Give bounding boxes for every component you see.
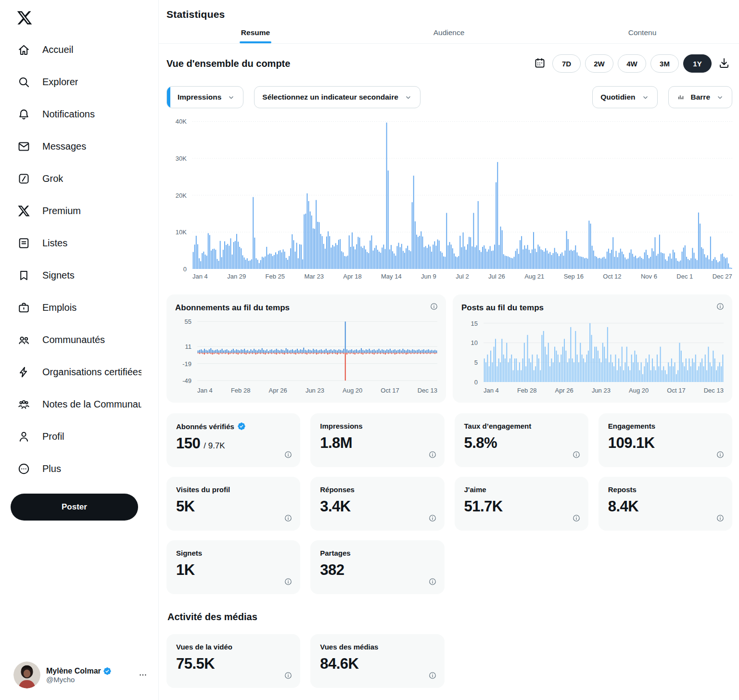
impressions-y-axis: 40K30K20K10K0: [166, 116, 192, 269]
impressions-x-axis: Jan 4Jan 29Feb 25Mar 23Apr 18May 14Jun 9…: [192, 273, 732, 280]
range-4w[interactable]: 4W: [618, 54, 646, 73]
active-tab-underline: [240, 41, 271, 43]
info-icon[interactable]: [716, 302, 725, 311]
account-handle: @Mycho: [46, 675, 75, 684]
tab-audience[interactable]: Audience: [352, 22, 546, 43]
range-1y[interactable]: 1Y: [683, 54, 712, 73]
chevron-down-icon: [641, 93, 650, 102]
sidebar-item-label: Signets: [42, 270, 75, 281]
sidebar-item-premium[interactable]: Premium: [0, 195, 158, 227]
sidebar-item-listes[interactable]: Listes: [0, 227, 158, 259]
sidebar: Accueil Explorer Notifications Messages …: [0, 0, 159, 700]
stat-card-impressions: Impressions 1.8M: [310, 413, 444, 467]
stat-card-signets: Signets 1K: [166, 540, 300, 594]
info-icon[interactable]: [428, 577, 437, 586]
stat-total: / 9.7K: [204, 441, 225, 451]
info-icon[interactable]: [428, 514, 437, 522]
info-icon[interactable]: [716, 450, 725, 459]
subscriptions-x-axis: Jan 4Feb 28Apr 26Jun 23Aug 20Oct 17Dec 1…: [197, 387, 437, 394]
sidebar-item-accueil[interactable]: Accueil: [0, 34, 158, 66]
info-icon[interactable]: [428, 450, 437, 459]
search-icon: [17, 76, 30, 89]
range-controls: 7D 2W 4W 3M 1Y: [532, 54, 732, 73]
media-grid: Vues de la vidéo 75.5K Vues des médias 8…: [166, 634, 732, 688]
sidebar-item-emplois[interactable]: Emplois: [0, 292, 158, 324]
impressions-plot: [192, 116, 732, 269]
chart-type-select[interactable]: Barre: [668, 86, 733, 108]
verified-badge-icon: [103, 667, 112, 675]
stat-card-taux-engagement: Taux d’engagement 5.8%: [455, 413, 588, 467]
sidebar-item-label: Emplois: [42, 302, 76, 313]
stat-card-engagements: Engagements 109.1K: [599, 413, 732, 467]
people-icon: [17, 333, 30, 346]
info-icon[interactable]: [284, 671, 293, 680]
info-icon[interactable]: [428, 671, 437, 680]
download-button[interactable]: [716, 55, 732, 72]
main-content: Statistiques Resume Audience Contenu Vue…: [159, 0, 739, 700]
subscriptions-chart-card: Abonnements au fil du temps 5511-19-49 J…: [166, 294, 446, 403]
secondary-metric-select[interactable]: Sélectionnez un indicateur secondaire: [254, 86, 420, 108]
bookmark-icon: [17, 269, 30, 282]
tab-resume[interactable]: Resume: [159, 22, 352, 43]
sidebar-item-label: Listes: [42, 238, 67, 249]
subscriptions-chart-title: Abonnements au fil du temps: [175, 303, 437, 313]
stat-card-visites-profil: Visites du profil 5K: [166, 477, 300, 531]
sidebar-item-label: Profil: [42, 431, 64, 442]
range-3m[interactable]: 3M: [650, 54, 679, 73]
metric-accent-bar: [167, 87, 170, 108]
calendar-button[interactable]: [532, 55, 548, 72]
stat-card-vues-medias: Vues des médias 84.6K: [310, 634, 444, 688]
calendar-icon: [534, 57, 546, 71]
x-analytics-app: Accueil Explorer Notifications Messages …: [0, 0, 739, 700]
sidebar-item-label: Accueil: [42, 44, 73, 55]
sidebar-item-label: Communautés: [42, 334, 105, 345]
info-icon[interactable]: [284, 514, 293, 522]
sidebar-item-label: Explorer: [42, 76, 78, 88]
info-icon[interactable]: [572, 450, 581, 459]
sidebar-item-explorer[interactable]: Explorer: [0, 66, 158, 98]
sidebar-item-organisations[interactable]: Organisations certifiées: [0, 356, 158, 388]
posts-x-axis: Jan 4Feb 28Apr 26Jun 23Aug 20Oct 17Dec 1…: [484, 387, 724, 394]
chevron-down-icon: [227, 93, 235, 102]
stat-card-partages: Partages 382: [310, 540, 444, 594]
info-icon[interactable]: [430, 302, 438, 311]
sidebar-item-grok[interactable]: Grok: [0, 163, 158, 195]
bell-icon: [17, 108, 30, 121]
envelope-icon: [17, 140, 30, 153]
info-icon[interactable]: [572, 514, 581, 522]
sidebar-item-label: Notifications: [42, 109, 95, 120]
x-logo-icon[interactable]: [16, 10, 33, 26]
account-switcher[interactable]: Mylène Colmar @Mycho: [13, 662, 148, 688]
posts-chart-title: Posts au fil du temps: [461, 303, 724, 313]
bar-chart-icon: [676, 93, 685, 102]
avatar: [13, 662, 40, 688]
sidebar-item-messages[interactable]: Messages: [0, 130, 158, 163]
frequency-select[interactable]: Quotidien: [592, 86, 657, 108]
grok-icon: [17, 172, 30, 185]
info-icon[interactable]: [716, 514, 725, 522]
sidebar-item-communautes[interactable]: Communautés: [0, 324, 158, 356]
page-title: Statistiques: [166, 9, 739, 20]
sidebar-item-label: Plus: [42, 463, 61, 474]
range-7d[interactable]: 7D: [552, 54, 581, 73]
sidebar-item-notes-communaute[interactable]: Notes de la Communauté: [0, 388, 158, 420]
stat-card-abonnes-verifies: Abonnés vérifiés 150/ 9.7K: [166, 413, 300, 467]
download-icon: [718, 57, 730, 71]
more-icon[interactable]: [138, 670, 148, 680]
range-2w[interactable]: 2W: [585, 54, 613, 73]
sidebar-item-profil[interactable]: Profil: [0, 420, 158, 453]
sidebar-item-notifications[interactable]: Notifications: [0, 98, 158, 130]
media-section-title: Activité des médias: [167, 611, 732, 623]
sidebar-item-plus[interactable]: Plus: [0, 453, 158, 485]
sidebar-item-signets[interactable]: Signets: [0, 259, 158, 292]
post-button[interactable]: Poster: [11, 494, 138, 521]
primary-metric-select[interactable]: Impressions: [166, 86, 243, 108]
sidebar-item-label: Notes de la Communauté: [42, 399, 141, 410]
info-icon[interactable]: [284, 450, 293, 459]
info-icon[interactable]: [284, 577, 293, 586]
stat-card-reponses: Réponses 3.4K: [310, 477, 444, 531]
chevron-down-icon: [716, 93, 724, 102]
person-icon: [17, 430, 30, 443]
verified-badge-icon: [237, 422, 246, 431]
tab-contenu[interactable]: Contenu: [546, 22, 739, 43]
